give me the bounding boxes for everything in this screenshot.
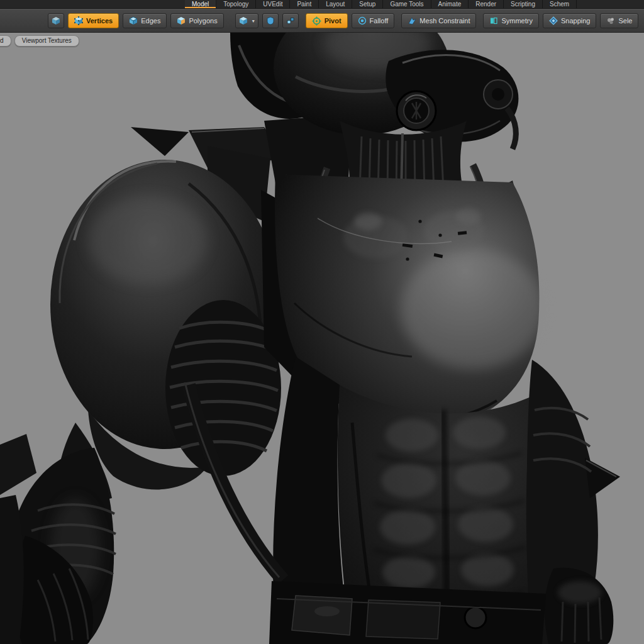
menu-tab-uvedit[interactable]: UVEdit — [256, 0, 290, 8]
tab-advanced-partial[interactable]: nced — [0, 35, 11, 47]
mesh-constraint-button[interactable]: Mesh Constraint — [401, 13, 476, 28]
falloff-label: Falloff — [370, 17, 389, 25]
edges-button[interactable]: Edges — [123, 13, 167, 28]
menu-tab-model[interactable]: Model — [185, 0, 216, 8]
cube-icon — [239, 16, 248, 25]
menu-tab-setup[interactable]: Setup — [352, 0, 383, 8]
select-label: Sele — [618, 17, 632, 25]
cube-polygons-icon — [177, 16, 186, 25]
cube-vertices-icon — [74, 16, 83, 25]
viewport-3d[interactable]: nced Viewport Textures — [0, 33, 644, 644]
tab-viewport-textures[interactable]: Viewport Textures — [14, 35, 79, 47]
menu-tab-render[interactable]: Render — [469, 0, 504, 8]
pivot-button[interactable]: Pivot — [306, 13, 348, 28]
menu-tab-layout[interactable]: Layout — [319, 0, 352, 8]
select-through-button[interactable] — [282, 13, 299, 28]
polygons-label: Polygons — [189, 17, 217, 25]
character-model — [0, 33, 644, 644]
cube-icon — [52, 16, 60, 25]
falloff-button[interactable]: Falloff — [352, 13, 395, 28]
selection-toolbar: Vertices Edges Polygons — [0, 9, 644, 33]
pivot-label: Pivot — [325, 17, 341, 25]
vertices-button[interactable]: Vertices — [68, 13, 119, 28]
menu-tab-scripting[interactable]: Scripting — [504, 0, 543, 8]
vertices-label: Vertices — [86, 17, 113, 25]
falloff-circle-icon — [358, 16, 367, 25]
menu-tab-animate[interactable]: Animate — [431, 0, 469, 8]
snapping-button[interactable]: Snapping — [543, 13, 597, 28]
chevron-down-icon: ▾ — [252, 18, 255, 24]
polygons-button[interactable]: Polygons — [170, 13, 223, 28]
selection-cluster-icon — [606, 16, 615, 25]
set-selection-button[interactable] — [262, 13, 279, 28]
menubar-spacer — [0, 0, 185, 8]
symmetry-button[interactable]: Symmetry — [483, 13, 539, 28]
snapping-label: Snapping — [561, 17, 591, 25]
viewport-tab-bar: nced Viewport Textures — [0, 35, 79, 47]
menu-tab-paint[interactable]: Paint — [290, 0, 319, 8]
menu-tab-schematic-partial[interactable]: Schem — [543, 0, 577, 8]
edges-label: Edges — [141, 17, 160, 25]
select-button-partial[interactable]: Sele — [600, 13, 638, 28]
items-mode-button[interactable] — [48, 13, 64, 28]
app-window: Model Topology UVEdit Paint Layout Setup… — [0, 0, 644, 644]
menu-tab-topology[interactable]: Topology — [216, 0, 256, 8]
mini-cubes-icon — [286, 16, 295, 25]
menu-tab-game-tools[interactable]: Game Tools — [383, 0, 431, 8]
selection-mode-dropdown[interactable]: ▾ — [235, 13, 258, 28]
pivot-target-icon — [312, 16, 321, 26]
menu-bar: Model Topology UVEdit Paint Layout Setup… — [0, 0, 644, 9]
symmetry-label: Symmetry — [501, 17, 533, 25]
mesh-constraint-label: Mesh Constraint — [419, 17, 470, 25]
snapping-diamond-icon — [549, 16, 558, 25]
symmetry-icon — [489, 16, 498, 25]
cube-edges-icon — [129, 16, 138, 25]
mesh-constraint-icon — [408, 16, 416, 25]
shield-icon — [266, 16, 275, 25]
